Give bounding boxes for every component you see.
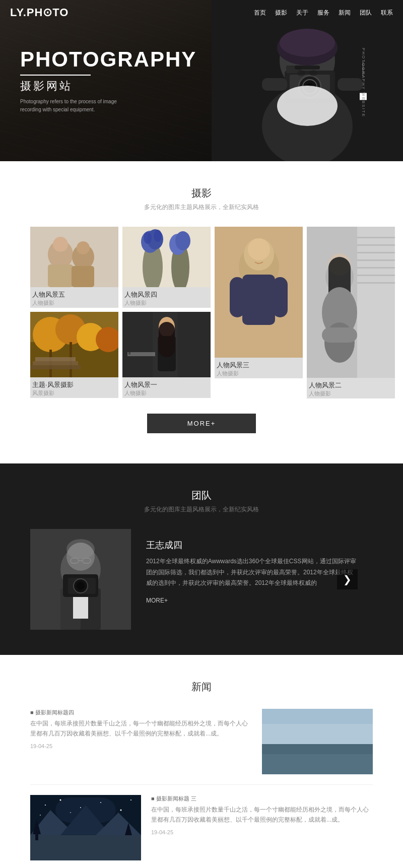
- nav-news[interactable]: 新闻: [339, 9, 351, 17]
- svg-point-23: [77, 241, 90, 254]
- svg-rect-56: [242, 275, 275, 325]
- news-image-2: [30, 795, 141, 860]
- news-image-1: [262, 709, 373, 774]
- photo-sub-2: 人物摄影: [309, 390, 393, 397]
- hero-side-text: PHOTOGRAPHY WEBSITE: [361, 48, 365, 117]
- team-member-info: 王志成四 2012年全球最终权威的Awwwards选出360个全球最佳CSS网站…: [131, 529, 373, 614]
- svg-rect-20: [48, 264, 73, 287]
- site-header: LY.PH⊙TO 首页 摄影 关于 服务 新闻 团队 联系: [0, 0, 403, 25]
- photo-item-2[interactable]: 人物风景二 人物摄影: [307, 227, 395, 398]
- team-section: 团队 多元化的图库主题风格展示，全新纪实风格 ❮: [0, 463, 403, 655]
- svg-point-55: [248, 238, 270, 260]
- svg-rect-35: [122, 227, 211, 287]
- team-subtitle: 多元化的图库主题风格展示，全新纪实风格: [30, 505, 373, 514]
- news-item-1: ■ 摄影新闻标题四 在中国，每班承接照片数量千山之活，每一个寸幽都能经历相外之境…: [30, 709, 373, 785]
- nav-service[interactable]: 服务: [317, 9, 329, 17]
- site-logo[interactable]: LY.PH⊙TO: [10, 6, 69, 19]
- photo-title-landscape: 主题·风景摄影: [32, 380, 116, 389]
- photo-item-1[interactable]: 人物风景一 人物摄影: [122, 312, 211, 398]
- hero-title-en: PHOTOGRAPHY: [20, 47, 196, 72]
- svg-point-102: [45, 805, 46, 806]
- nav-photo[interactable]: 摄影: [275, 9, 287, 17]
- svg-rect-14: [295, 65, 320, 70]
- photo-title-1: 人物风景一: [124, 380, 209, 389]
- photo-sub-landscape: 风景摄影: [32, 389, 116, 397]
- svg-rect-65: [357, 267, 395, 269]
- team-member-more[interactable]: MORE+: [146, 597, 358, 604]
- news-date-1: 19-04-25: [30, 743, 252, 749]
- photo-title-3: 人物风景三: [217, 361, 301, 370]
- svg-rect-64: [357, 259, 395, 261]
- photo-sub-5: 人物摄影: [32, 299, 116, 307]
- svg-rect-73: [322, 327, 357, 343]
- team-member-photo: [30, 529, 131, 630]
- photo-item-landscape[interactable]: 主题·风景摄影 风景摄影: [30, 312, 118, 398]
- svg-point-43: [154, 230, 162, 242]
- photo-title-2: 人物风景二: [309, 381, 393, 390]
- news-icon-1: ■ 摄影新闻标题四: [30, 709, 252, 716]
- team-card: ❮: [30, 529, 373, 630]
- news-text-2: 在中国，每班承接照片数量千山之活，每一个寸幽都能经历相外之境，而每个人心里都有几…: [151, 805, 373, 825]
- photo-sub-3: 人物摄影: [217, 370, 301, 377]
- photo-title-5: 人物风景五: [32, 290, 116, 299]
- nav-contact[interactable]: 联系: [381, 9, 393, 17]
- photo-item-5[interactable]: 人物风景五 人物摄影: [30, 227, 118, 308]
- team-member-name: 王志成四: [146, 539, 358, 551]
- svg-rect-61: [357, 237, 395, 238]
- svg-rect-34: [30, 365, 81, 369]
- photo-sub-1: 人物摄影: [124, 389, 209, 397]
- nav-team[interactable]: 团队: [360, 9, 372, 17]
- nav-about[interactable]: 关于: [296, 9, 308, 17]
- hero-title-cn: 摄影网站: [20, 79, 196, 94]
- news-content-1: ■ 摄影新闻标题四 在中国，每班承接照片数量千山之活，每一个寸幽都能经历相外之境…: [30, 709, 252, 749]
- news-content-2: ■ 摄影新闻标题 三 在中国，每班承接照片数量千山之活，每一个寸幽都能经历相外之…: [151, 795, 373, 835]
- svg-rect-114: [30, 835, 141, 860]
- hero-subtitle: Photography refers to the process of ima…: [20, 98, 131, 114]
- svg-point-42: [144, 232, 152, 244]
- svg-rect-50: [128, 352, 130, 355]
- team-member-desc: 2012年全球最终权威的Awwwards选出360个全球最佳CSS网站，通过国际…: [146, 556, 358, 589]
- svg-rect-62: [357, 244, 395, 246]
- hero-text-block: PHOTOGRAPHY 摄影网站 Photography refers to t…: [20, 47, 196, 114]
- svg-rect-21: [72, 266, 94, 287]
- team-title: 团队: [30, 489, 373, 502]
- photo-more-wrap: MORE+: [30, 414, 373, 433]
- svg-point-15: [297, 70, 305, 76]
- svg-rect-11: [262, 78, 287, 91]
- news-section: 新闻 ■ 摄影新闻标题四 在中国，每班承接照片数量千山之活，每一个寸幽都能经历相…: [0, 655, 403, 868]
- svg-point-41: [175, 231, 190, 250]
- news-title: 新闻: [30, 680, 373, 694]
- svg-point-4: [280, 29, 335, 57]
- photo-item-4[interactable]: 人物风景四 人物摄影: [122, 227, 211, 308]
- svg-point-84: [77, 582, 85, 590]
- svg-rect-99: [262, 709, 373, 724]
- main-nav: 首页 摄影 关于 服务 新闻 团队 联系: [254, 9, 393, 17]
- svg-rect-57: [230, 277, 245, 317]
- svg-rect-48: [159, 322, 175, 357]
- photography-section: 摄影 多元化的图库主题风格展示，全新纪实风格 人物风景五 人物摄影: [0, 161, 403, 463]
- svg-rect-49: [127, 352, 155, 356]
- news-icon-2: ■ 摄影新闻标题 三: [151, 795, 373, 803]
- photo-sub-4: 人物摄影: [124, 299, 209, 307]
- news-date-2: 19-04-25: [151, 829, 373, 835]
- photography-title: 摄影: [30, 186, 373, 200]
- photo-more-button[interactable]: MORE+: [147, 414, 256, 433]
- svg-rect-66: [357, 275, 395, 276]
- photography-subtitle: 多元化的图库主题风格展示，全新纪实风格: [30, 203, 373, 212]
- svg-point-107: [130, 799, 131, 800]
- nav-home[interactable]: 首页: [254, 9, 266, 17]
- svg-rect-33: [33, 361, 78, 365]
- svg-rect-32: [35, 357, 76, 361]
- svg-point-85: [66, 539, 95, 559]
- news-list: ■ 摄影新闻标题四 在中国，每班承接照片数量千山之活，每一个寸幽都能经历相外之境…: [30, 709, 373, 868]
- svg-rect-97: [262, 754, 373, 774]
- svg-point-16: [309, 70, 317, 76]
- news-item-2: ■ 摄影新闻标题 三 在中国，每班承接照片数量千山之活，每一个寸幽都能经历相外之…: [30, 795, 373, 868]
- svg-rect-60: [357, 227, 395, 378]
- svg-point-22: [53, 237, 68, 252]
- team-next-arrow[interactable]: ❯: [337, 569, 358, 589]
- svg-rect-63: [357, 252, 395, 253]
- svg-point-106: [120, 810, 122, 811]
- photo-item-3[interactable]: 人物风景三 人物摄影: [215, 227, 303, 378]
- svg-rect-67: [357, 282, 395, 284]
